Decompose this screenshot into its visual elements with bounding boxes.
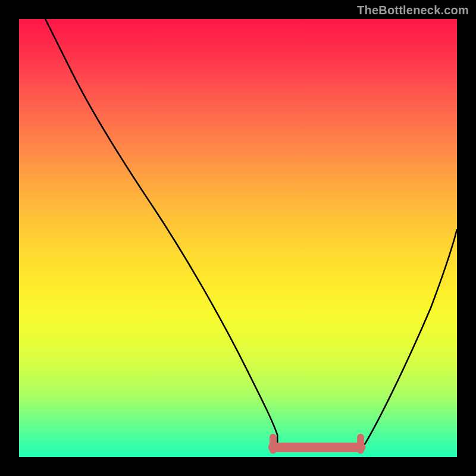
plot-area xyxy=(19,19,457,457)
chart-frame: TheBottleneck.com xyxy=(0,0,476,476)
bottleneck-curve xyxy=(45,19,457,449)
watermark-text: TheBottleneck.com xyxy=(357,4,469,17)
chart-svg xyxy=(19,19,457,457)
